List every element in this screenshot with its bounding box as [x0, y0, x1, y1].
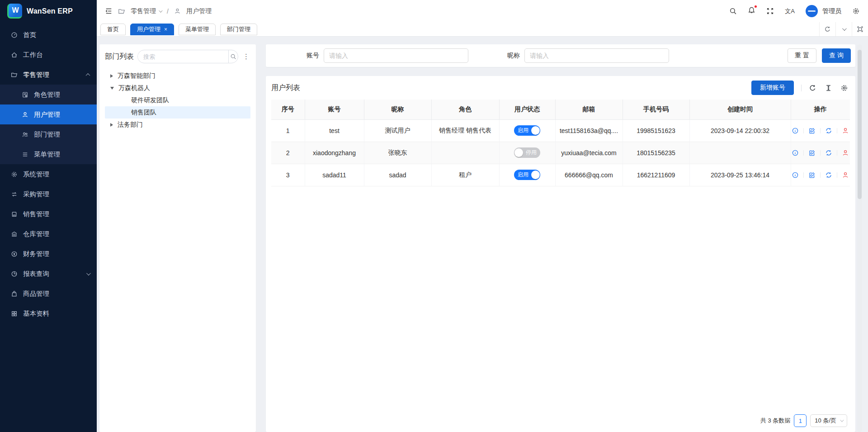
- toggle-knob: [514, 148, 523, 157]
- tab-label: 菜单管理: [185, 25, 209, 33]
- remove-user-icon[interactable]: [842, 171, 849, 179]
- add-account-button[interactable]: 新增账号: [751, 81, 794, 95]
- tab-menu-management[interactable]: 菜单管理: [179, 24, 216, 35]
- breadcrumb-group[interactable]: 零售管理: [131, 7, 161, 15]
- tree-node-label: 销售团队: [131, 109, 156, 117]
- cell-account: test: [305, 119, 364, 142]
- cell-seq: 3: [271, 164, 305, 186]
- department-panel: 部门列表 ⋮ 万森智能部门 万森机器人 硬件研发团队: [99, 44, 256, 432]
- account-input[interactable]: [324, 48, 468, 63]
- settings-gear-icon[interactable]: [852, 7, 860, 15]
- edit-user-icon[interactable]: [808, 149, 816, 157]
- content-area: 部门列表 ⋮ 万森智能部门 万森机器人 硬件研发团队: [97, 37, 868, 432]
- column-settings-gear-icon[interactable]: [840, 84, 848, 92]
- remove-user-icon[interactable]: [842, 127, 849, 134]
- page-1-button[interactable]: 1: [794, 414, 807, 427]
- refresh-table-icon[interactable]: [809, 84, 816, 92]
- sidebar-item-label: 财务管理: [23, 250, 49, 258]
- col-account: 账号: [305, 100, 364, 119]
- row-density-icon[interactable]: [825, 84, 832, 92]
- notification-badge: [754, 5, 757, 8]
- collapse-sidebar-icon[interactable]: [105, 7, 113, 15]
- tree-node-selected[interactable]: 销售团队: [105, 106, 250, 119]
- tab-controls: [819, 22, 868, 36]
- refresh-tab-icon[interactable]: [819, 22, 835, 36]
- reset-password-sync-icon[interactable]: [825, 171, 832, 179]
- caret-down-icon[interactable]: [110, 87, 114, 90]
- page-size-select[interactable]: 10 条/页: [810, 414, 847, 427]
- sidebar-item-departments[interactable]: 部门管理: [0, 124, 97, 144]
- search-button[interactable]: 查 询: [822, 48, 851, 63]
- sidebar-item-sales[interactable]: 销售管理: [0, 204, 97, 224]
- sidebar-item-menus[interactable]: 菜单管理: [0, 144, 97, 164]
- app-title: WanSen ERP: [27, 7, 73, 15]
- maximize-view-icon[interactable]: [852, 22, 868, 36]
- action-divider: [820, 172, 821, 178]
- col-created: 创建时间: [689, 100, 791, 119]
- sidebar-item-warehouse[interactable]: 仓库管理: [0, 224, 97, 244]
- more-options-icon[interactable]: ⋮: [242, 52, 250, 61]
- department-search-input[interactable]: [138, 53, 228, 60]
- notifications-button[interactable]: [748, 6, 755, 16]
- status-toggle[interactable]: 启用: [514, 125, 540, 136]
- search-icon[interactable]: [729, 7, 737, 15]
- tab-dept-management[interactable]: 部门管理: [220, 24, 257, 35]
- sidebar-item-finance[interactable]: 财务管理: [0, 244, 97, 264]
- tab-dropdown-chevron-icon[interactable]: [835, 22, 852, 36]
- user-menu[interactable]: 管理员: [806, 5, 841, 17]
- chevron-up-icon: [86, 73, 90, 77]
- bag-icon: [11, 290, 18, 297]
- caret-right-icon[interactable]: [110, 123, 113, 127]
- tree-node[interactable]: 万森智能部门: [105, 70, 250, 82]
- row-actions: [791, 149, 850, 157]
- folder-icon: [118, 8, 125, 15]
- edit-user-icon[interactable]: [808, 127, 816, 134]
- fullscreen-icon[interactable]: [766, 7, 774, 15]
- status-toggle[interactable]: 启用: [514, 170, 540, 180]
- department-search-button[interactable]: [228, 50, 238, 63]
- reset-password-sync-icon[interactable]: [825, 149, 832, 157]
- breadcrumb-separator: /: [167, 8, 169, 15]
- action-divider: [803, 172, 804, 178]
- user-info-icon[interactable]: [792, 127, 799, 134]
- swap-arrows-icon: [11, 191, 18, 198]
- edit-user-icon[interactable]: [808, 171, 816, 179]
- toggle-knob: [531, 171, 540, 179]
- remove-user-icon[interactable]: [842, 149, 849, 157]
- tree-node-label: 硬件研发团队: [131, 96, 169, 104]
- nickname-input[interactable]: [524, 48, 669, 63]
- status-toggle[interactable]: 停用: [514, 147, 540, 158]
- sidebar-item-purchase[interactable]: 采购管理: [0, 184, 97, 204]
- sidebar-item-home[interactable]: 首页: [0, 25, 97, 45]
- col-actions: 操作: [791, 100, 850, 119]
- tree-node[interactable]: 法务部门: [105, 119, 250, 131]
- user-info-icon[interactable]: [792, 171, 799, 179]
- sidebar-item-basic-data[interactable]: 基本资料: [0, 304, 97, 323]
- translate-icon[interactable]: 文A: [785, 8, 795, 14]
- logo-row[interactable]: W WanSen ERP: [0, 0, 97, 22]
- action-divider: [803, 128, 804, 133]
- pie-chart-icon: [11, 271, 18, 277]
- tree-node[interactable]: 万森机器人: [105, 82, 250, 94]
- col-nickname: 昵称: [364, 100, 431, 119]
- user-info-icon[interactable]: [792, 149, 799, 157]
- sidebar-item-label: 基本资料: [23, 309, 49, 318]
- tab-home[interactable]: 首页: [100, 24, 126, 35]
- sidebar-item-reports[interactable]: 报表查询: [0, 264, 97, 284]
- tab-user-management[interactable]: 用户管理 ×: [130, 24, 174, 35]
- caret-right-icon[interactable]: [110, 74, 113, 78]
- scrollbar-thumb[interactable]: [858, 50, 862, 199]
- scrollbar-track[interactable]: [857, 44, 862, 432]
- cell-roles: 销售经理 销售代表: [431, 119, 499, 142]
- sidebar-item-roles[interactable]: 角色管理: [0, 85, 97, 104]
- reset-password-sync-icon[interactable]: [825, 127, 832, 134]
- tree-node[interactable]: 硬件研发团队: [105, 94, 250, 106]
- reset-button[interactable]: 重 置: [788, 48, 816, 63]
- table-row: 3 sadad11 sadad 租户 启用 666666@qq.com 1662…: [271, 164, 850, 186]
- sidebar-item-users[interactable]: 用户管理: [0, 104, 97, 124]
- close-icon[interactable]: ×: [164, 27, 167, 32]
- sidebar-item-retail[interactable]: 零售管理: [0, 65, 97, 85]
- sidebar-item-system[interactable]: 系统管理: [0, 164, 97, 184]
- sidebar-item-workbench[interactable]: 工作台: [0, 45, 97, 65]
- sidebar-item-goods[interactable]: 商品管理: [0, 284, 97, 304]
